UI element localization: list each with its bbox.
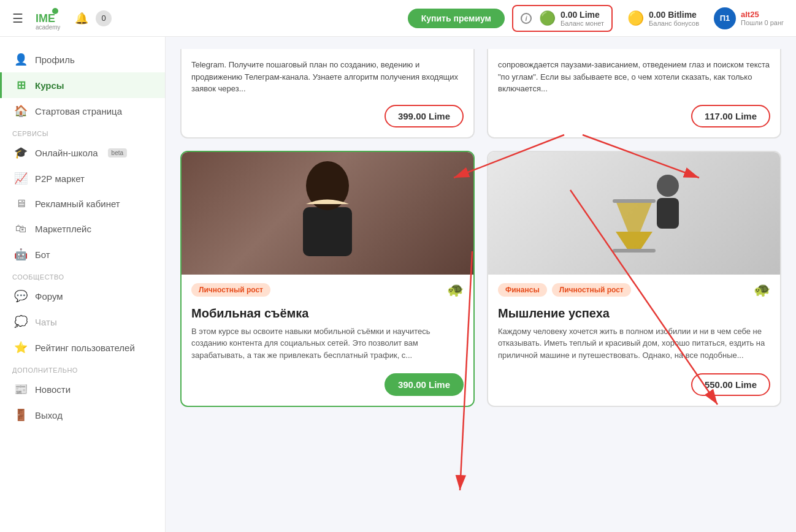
lime-label: Баланс монет: [561, 20, 604, 27]
sidebar-label-news: Новости: [35, 384, 71, 395]
ad-cabinet-icon: 🖥: [14, 197, 28, 210]
sidebar-item-logout[interactable]: 🚪 Выход: [0, 402, 165, 428]
card-mobile-badge-icon: 🐢: [447, 282, 464, 298]
forum-icon: 💬: [14, 289, 28, 303]
avatar-initials: П1: [720, 13, 730, 23]
card-mobile-tags: Личностный рост 🐢: [182, 275, 473, 303]
card-telegram-text: Telegram. Получите пошаговый план по соз…: [182, 49, 473, 100]
sidebar-item-p2p[interactable]: 📈 Р2Р маркет: [0, 165, 165, 191]
card-speech-partial: сопровождается паузами-зависанием, отвед…: [487, 49, 781, 139]
card-success-badge-icon: 🐢: [754, 282, 770, 298]
news-icon: 📰: [14, 382, 28, 396]
header-right: Купить премиум i 🟢 0.00 Lime Баланс моне…: [408, 5, 784, 32]
header-icons: 🔔 0: [75, 10, 112, 26]
card-mobile-image: [182, 152, 473, 275]
avatar: П1: [714, 7, 736, 29]
card-success-price-btn[interactable]: 550.00 Lime: [691, 373, 770, 396]
sidebar-item-ratings[interactable]: ⭐ Рейтинг пользователей: [0, 335, 165, 360]
sidebar-item-online-school[interactable]: 🎓 Онлайн-школа beta: [0, 140, 165, 165]
chats-icon: 💭: [14, 315, 28, 329]
woman-silhouette: [266, 152, 389, 275]
bell-icon[interactable]: 🔔: [75, 12, 88, 25]
tag-personal-growth-2: Личностный рост: [552, 283, 631, 297]
svg-text:IME: IME: [36, 12, 55, 25]
section-additional-label: ДОПОЛНИТЕЛЬНО: [0, 360, 165, 376]
online-school-icon: 🎓: [14, 146, 28, 159]
card-success-price-row: 550.00 Lime: [488, 368, 780, 406]
sidebar-item-chats[interactable]: 💭 Чаты: [0, 309, 165, 335]
svg-point-11: [657, 175, 679, 197]
lime-info-icon[interactable]: i: [521, 13, 532, 24]
logout-icon: 🚪: [14, 408, 28, 422]
sidebar-label-online-school: Онлайн-школа: [35, 148, 98, 158]
svg-rect-5: [303, 207, 352, 256]
sidebar-label-p2p: Р2Р маркет: [35, 173, 85, 184]
marketplace-icon: 🛍: [14, 222, 28, 235]
layout: 👤 Профиль ⊞ Курсы 🏠 Стартовая страница С…: [0, 37, 796, 532]
beta-badge: beta: [108, 148, 127, 158]
logo: IME academy: [33, 5, 60, 32]
card-success-tags: Финансы Личностный рост 🐢: [488, 275, 780, 303]
card-success: Финансы Личностный рост 🐢 Мышление успех…: [487, 151, 781, 408]
svg-point-3: [52, 8, 58, 14]
user-block: П1 alt25 Пошли 0 ранг: [714, 7, 784, 29]
lime-balance-block: i 🟢 0.00 Lime Баланс монет: [512, 5, 613, 32]
card-mobile-price-row: 390.00 Lime: [182, 368, 473, 406]
logo-icon: IME academy: [33, 5, 60, 32]
sidebar-label-ratings: Рейтинг пользователей: [35, 343, 135, 353]
sidebar-item-news[interactable]: 📰 Новости: [0, 376, 165, 402]
sidebar-item-ad-cabinet[interactable]: 🖥 Рекламный кабинет: [0, 191, 165, 216]
card-speech-price-row: 117.00 Lime: [488, 100, 780, 137]
card-mobile: Личностный рост 🐢 Мобильная съёмка В это…: [180, 151, 475, 408]
ratings-icon: ⭐: [14, 341, 28, 354]
sidebar-label-marketplace: Маркетплейс: [35, 224, 91, 234]
card-telegram-partial: Telegram. Получите пошаговый план по соз…: [180, 49, 475, 139]
svg-rect-12: [657, 198, 679, 229]
sidebar-item-bot[interactable]: 🤖 Бот: [0, 241, 165, 267]
profile-icon: 👤: [14, 53, 28, 66]
card-mobile-price-btn[interactable]: 390.00 Lime: [385, 373, 464, 396]
card-speech-text: сопровождается паузами-зависанием, отвед…: [488, 49, 780, 100]
sidebar-item-start[interactable]: 🏠 Стартовая страница: [0, 98, 165, 124]
sidebar-item-marketplace[interactable]: 🛍 Маркетплейс: [0, 216, 165, 241]
lime-amount: 0.00 Lime: [561, 10, 604, 20]
tag-personal-growth-1: Личностный рост: [191, 283, 270, 297]
man-silhouette: [573, 152, 695, 275]
home-icon: 🏠: [14, 104, 28, 118]
p2p-icon: 📈: [14, 172, 28, 185]
sidebar-item-courses[interactable]: ⊞ Курсы: [0, 72, 165, 98]
card-speech-price-btn[interactable]: 117.00 Lime: [691, 105, 770, 127]
card-success-title: Мышление успеха: [488, 303, 780, 325]
sidebar-label-chats: Чаты: [35, 317, 57, 327]
username: alt25: [741, 10, 784, 19]
sidebar-label-courses: Курсы: [35, 80, 64, 91]
section-community-label: СООБЩЕСТВО: [0, 267, 165, 283]
partial-cards-row: Telegram. Получите пошаговый план по соз…: [180, 49, 781, 139]
card-telegram-price-btn[interactable]: 399.00 Lime: [385, 105, 464, 127]
sidebar-label-profile: Профиль: [35, 55, 75, 65]
hamburger-icon[interactable]: ☰: [12, 11, 23, 26]
svg-marker-8: [616, 201, 652, 232]
bitlime-amount: 0.00 Bitlime: [649, 10, 699, 20]
tag-finance: Финансы: [498, 283, 547, 297]
bitlime-label: Баланс бонусов: [649, 20, 699, 27]
card-mobile-desc: В этом курсе вы освоите навыки мобильной…: [182, 325, 473, 369]
sidebar-item-forum[interactable]: 💬 Форум: [0, 283, 165, 309]
bitlime-coin-icon: 🟡: [627, 10, 644, 26]
user-info: alt25 Пошли 0 ранг: [741, 10, 784, 26]
main-content: Telegram. Получите пошаговый план по соз…: [166, 37, 796, 532]
svg-rect-9: [613, 199, 656, 203]
bitlime-balance-block: 🟡 0.00 Bitlime Баланс бонусов: [620, 6, 706, 31]
sidebar-label-start: Стартовая страница: [35, 106, 122, 116]
sidebar-item-profile[interactable]: 👤 Профиль: [0, 47, 165, 72]
sidebar: 👤 Профиль ⊞ Курсы 🏠 Стартовая страница С…: [0, 37, 166, 532]
buy-premium-button[interactable]: Купить премиум: [408, 9, 505, 28]
card-success-image: [488, 152, 780, 275]
full-cards-row: Личностный рост 🐢 Мобильная съёмка В это…: [180, 151, 781, 408]
user-sub1: Пошли 0 ранг: [741, 19, 784, 26]
header-badge[interactable]: 0: [96, 10, 112, 26]
lime-balance-info: 0.00 Lime Баланс монет: [561, 10, 604, 27]
sidebar-label-forum: Форум: [35, 291, 63, 302]
courses-icon: ⊞: [14, 78, 28, 92]
section-services-label: Сервисы: [0, 124, 165, 140]
